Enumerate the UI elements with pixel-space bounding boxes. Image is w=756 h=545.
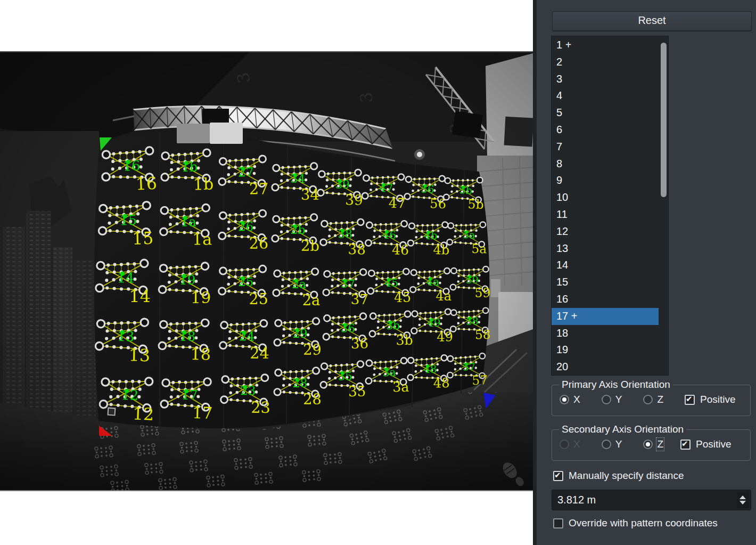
pattern-id-yellow: 45 (394, 290, 411, 305)
pattern-id-yellow: 57 (472, 372, 488, 387)
pattern-list-item[interactable]: 16 (552, 291, 659, 308)
pattern-id-green: 27 (238, 165, 254, 179)
spin-down-icon[interactable] (739, 501, 746, 505)
pattern-id-green: 38 (338, 227, 352, 240)
positive-checkbox[interactable] (680, 440, 691, 450)
override-checkbox[interactable] (553, 518, 563, 528)
radio-label-y[interactable]: Y (615, 438, 622, 450)
reset-button[interactable]: Reset (552, 11, 752, 31)
pattern-id-green: 35 (338, 369, 352, 383)
pattern-id-yellow: 13 (128, 345, 150, 365)
pattern-id-green: 2a (292, 277, 306, 291)
pattern-id-green: 25 (238, 274, 254, 289)
pattern-list-item[interactable]: 2 (552, 54, 659, 71)
pattern-id-yellow: 4a (436, 289, 452, 304)
pattern-id-yellow: 15 (132, 229, 154, 248)
splitter-handle[interactable] (533, 0, 537, 545)
calibration-app: 3 3 3 (0, 0, 756, 545)
radio-x[interactable] (560, 440, 569, 449)
pattern-id-yellow: 18 (190, 345, 211, 363)
spin-up-icon[interactable] (739, 495, 746, 499)
pattern-list-item[interactable]: 19 (552, 341, 659, 359)
manual-distance-label[interactable]: Manually specify distance (569, 470, 684, 482)
radio-label-x[interactable]: X (573, 438, 580, 450)
pattern-list-item[interactable]: 14 (552, 257, 659, 274)
pattern-list-item[interactable]: 15 (552, 274, 659, 291)
pattern-id-green: 57 (463, 361, 476, 373)
pattern-id-green: 26 (238, 219, 254, 233)
skyline-backdrop (0, 131, 99, 429)
pattern-id-yellow: 5a (471, 241, 487, 256)
radio-label-y[interactable]: Y (615, 394, 622, 405)
pattern-id-yellow: 24 (250, 344, 269, 362)
pattern-id-yellow: 38 (348, 241, 366, 257)
pattern-list-item[interactable]: 5 (552, 104, 659, 121)
pattern-list-item[interactable]: 11 (552, 206, 659, 223)
radio-label-z[interactable]: Z (657, 394, 663, 405)
manual-distance-row: Manually specify distance (553, 470, 684, 482)
radio-z[interactable] (643, 440, 653, 449)
distance-spinbox[interactable]: 3.812 m (552, 490, 751, 510)
pattern-id-yellow: 39 (345, 192, 363, 208)
positive-label[interactable]: Positive (700, 394, 736, 405)
pattern-list-item[interactable]: 17 + (552, 308, 659, 325)
camera-image[interactable]: 3 3 3 (0, 51, 533, 491)
pattern-id-yellow: 14 (129, 287, 151, 306)
list-scrollbar-thumb[interactable] (661, 43, 667, 197)
pattern-list-item[interactable]: 18 (552, 325, 659, 342)
override-label[interactable]: Override with pattern coordinates (569, 517, 718, 529)
primary-axis-groupbox: Primary Axis Orientation XYZPositive (552, 385, 751, 416)
pattern-id-green: 56 (421, 183, 434, 196)
positive-label[interactable]: Positive (696, 438, 732, 450)
pattern-list-item[interactable]: 20 (552, 359, 659, 376)
manual-distance-checkbox[interactable] (553, 471, 563, 481)
pattern-id-green: 2b (290, 223, 305, 237)
pattern-id-green: 36 (341, 321, 355, 335)
pattern-list-item[interactable]: 4 (552, 87, 659, 104)
radio-y[interactable] (602, 440, 611, 449)
pattern-id-yellow: 35 (348, 384, 366, 400)
pattern-list-item[interactable]: 7 (552, 139, 659, 156)
positive-checkbox[interactable] (685, 395, 695, 405)
pattern-id-green: 3a (383, 366, 397, 379)
board-square-marker (108, 408, 116, 416)
camera-image-viewport[interactable]: 3 3 3 (0, 0, 533, 545)
pattern-id-green: 46 (382, 229, 396, 241)
pattern-list-item[interactable]: 3 (552, 71, 659, 88)
secondary-axis-groupbox: Secondary Axis Orientation XYZPositive (552, 429, 751, 461)
list-scrollbar[interactable] (660, 36, 668, 375)
pattern-id-yellow: 17 (192, 403, 213, 422)
pattern-id-green: 3b (386, 319, 400, 332)
pattern-id-green: 1b (181, 159, 198, 175)
radio-y[interactable] (602, 395, 611, 404)
pattern-id-yellow: 28 (303, 391, 322, 408)
pattern-id-green: 5b (459, 184, 473, 196)
radio-x[interactable] (560, 395, 569, 404)
pattern-id-green: 45 (384, 276, 398, 289)
pattern-id-green: 4a (426, 276, 439, 288)
pattern-id-yellow: 1a (192, 230, 212, 248)
pattern-id-yellow: 5b (467, 197, 484, 212)
control-panel: Reset 1 +234567891011121314151617 +18192… (537, 0, 756, 545)
svg-text:3: 3 (356, 91, 377, 104)
pattern-list-item[interactable]: 1 + (552, 37, 659, 54)
pattern-id-yellow: 3b (396, 332, 413, 348)
pattern-list-item[interactable]: 6 (552, 121, 659, 139)
radio-label-z[interactable]: Z (657, 438, 663, 450)
pattern-list-item[interactable]: 12 (552, 223, 659, 240)
radio-label-x[interactable]: X (573, 394, 580, 405)
pattern-list-item[interactable]: 9 (552, 172, 659, 189)
pattern-id-green: 15 (120, 212, 137, 229)
pattern-id-green: 4b (424, 230, 437, 242)
pattern-id-green: 47 (379, 182, 393, 194)
pattern-id-yellow: 34 (301, 186, 319, 203)
radio-z[interactable] (643, 395, 653, 404)
distance-value[interactable]: 3.812 m (557, 490, 596, 510)
pattern-list-item[interactable]: 13 (552, 240, 659, 257)
pattern-list-item[interactable]: 10 (552, 189, 659, 206)
pattern-id-yellow: 37 (351, 291, 368, 307)
hanging-speaker (452, 111, 483, 139)
pattern-list-item[interactable]: 8 (552, 156, 659, 173)
pattern-id-green: 1a (180, 214, 196, 230)
pattern-id-yellow: 25 (249, 290, 269, 308)
